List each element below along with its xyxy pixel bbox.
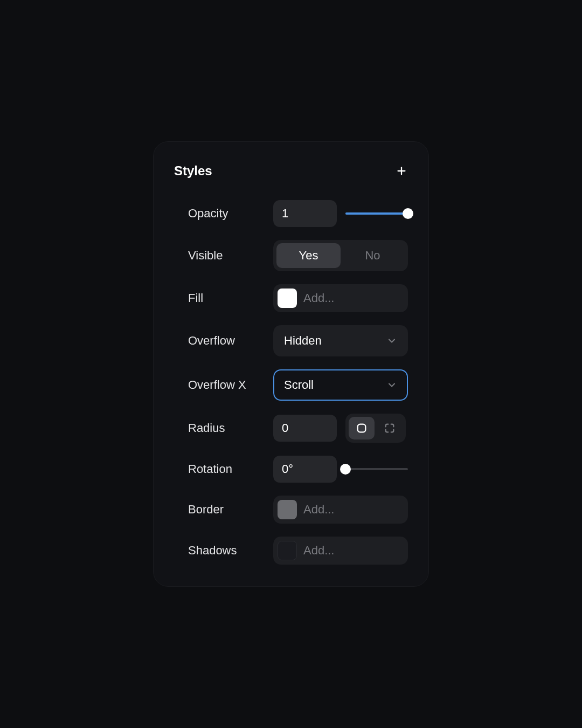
radius-mode-toggle [345,414,406,443]
shadows-row: Shadows Add... [174,537,408,565]
panel-header: Styles [174,163,408,178]
opacity-slider[interactable] [345,212,408,215]
overflow-select[interactable]: Hidden [273,325,408,356]
overflow-label: Overflow [188,334,273,348]
border-input[interactable]: Add... [273,496,408,524]
fill-swatch[interactable] [278,289,297,308]
radius-input[interactable] [273,415,337,442]
overflow-value: Hidden [284,334,322,348]
opacity-row: Opacity [174,200,408,227]
visible-yes-button[interactable]: Yes [276,243,341,268]
border-row: Border Add... [174,496,408,524]
fill-row: Fill Add... [174,284,408,312]
radius-corners-button[interactable] [377,417,403,439]
fill-label: Fill [188,291,273,305]
rotation-label: Rotation [188,462,273,476]
corners-icon [384,422,396,434]
fill-input[interactable]: Add... [273,284,408,312]
overflow-x-label: Overflow X [188,378,273,392]
rotation-slider-thumb[interactable] [340,464,351,475]
visible-toggle: Yes No [273,240,408,271]
panel-title: Styles [174,163,212,178]
opacity-slider-thumb[interactable] [403,208,413,219]
overflow-x-row: Overflow X Scroll [174,369,408,401]
visible-label: Visible [188,249,273,263]
shadows-input[interactable]: Add... [273,537,408,565]
add-style-button[interactable] [395,164,408,177]
rounded-square-icon [356,422,368,434]
shadows-label: Shadows [188,544,273,558]
opacity-label: Opacity [188,207,273,221]
border-label: Border [188,503,273,517]
radius-row: Radius [174,414,408,443]
rotation-slider[interactable] [345,468,408,470]
radius-all-button[interactable] [349,417,375,439]
chevron-down-icon [386,380,397,390]
shadows-swatch[interactable] [278,541,297,560]
overflow-x-select[interactable]: Scroll [273,369,408,401]
svg-rect-2 [358,424,366,432]
fill-placeholder: Add... [303,291,334,305]
overflow-row: Overflow Hidden [174,325,408,356]
border-swatch[interactable] [278,500,297,519]
shadows-placeholder: Add... [303,544,334,558]
opacity-input[interactable] [273,200,337,227]
styles-panel: Styles Opacity Visible Yes No Fill [153,141,429,587]
visible-row: Visible Yes No [174,240,408,271]
visible-no-button[interactable]: No [341,243,405,268]
overflow-x-value: Scroll [284,378,314,392]
rotation-row: Rotation [174,456,408,483]
chevron-down-icon [386,335,397,346]
plus-icon [396,165,407,177]
rotation-input[interactable] [273,456,337,483]
border-placeholder: Add... [303,503,334,517]
radius-label: Radius [188,421,273,435]
